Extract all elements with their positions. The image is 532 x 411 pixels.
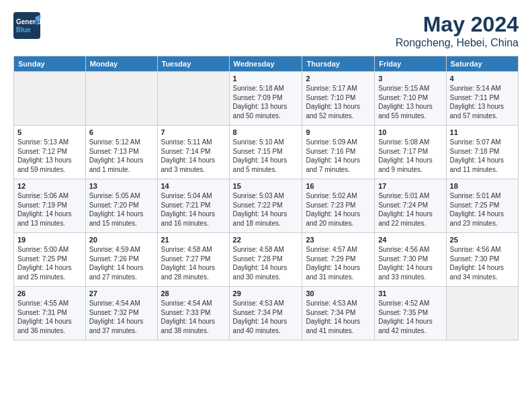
day-info: Sunrise: 5:07 AM Sunset: 7:18 PM Dayligh… [450,138,515,174]
calendar-cell: 22Sunrise: 4:58 AM Sunset: 7:28 PM Dayli… [229,233,302,287]
calendar-cell: 2Sunrise: 5:17 AM Sunset: 7:10 PM Daylig… [302,72,375,126]
day-number: 12 [17,182,82,190]
calendar-cell: 11Sunrise: 5:07 AM Sunset: 7:18 PM Dayli… [446,126,518,179]
day-info: Sunrise: 5:03 AM Sunset: 7:22 PM Dayligh… [233,191,299,228]
day-info: Sunrise: 4:53 AM Sunset: 7:34 PM Dayligh… [233,299,299,335]
day-info: Sunrise: 5:15 AM Sunset: 7:10 PM Dayligh… [378,84,442,120]
day-info: Sunrise: 5:13 AM Sunset: 7:12 PM Dayligh… [17,138,82,174]
day-info: Sunrise: 5:10 AM Sunset: 7:15 PM Dayligh… [233,138,299,174]
day-number: 17 [378,182,442,190]
day-number: 30 [306,289,371,298]
calendar-cell [157,72,229,126]
day-number: 20 [89,236,154,244]
day-number: 31 [378,289,442,298]
day-info: Sunrise: 5:00 AM Sunset: 7:25 PM Dayligh… [17,245,82,281]
day-number: 25 [450,236,515,244]
svg-text:Blue: Blue [16,26,31,34]
day-number: 2 [306,75,371,83]
day-number: 23 [306,236,371,244]
logo: General Blue [13,12,40,42]
day-info: Sunrise: 5:05 AM Sunset: 7:20 PM Dayligh… [89,191,154,228]
day-number: 11 [450,128,515,136]
calendar-cell: 31Sunrise: 4:52 AM Sunset: 7:35 PM Dayli… [375,287,446,340]
calendar-cell: 13Sunrise: 5:05 AM Sunset: 7:20 PM Dayli… [85,179,157,233]
calendar-cell: 30Sunrise: 4:53 AM Sunset: 7:34 PM Dayli… [302,287,375,340]
day-number: 5 [17,128,82,136]
column-header-saturday: Saturday [446,56,518,72]
day-number: 21 [161,236,226,244]
calendar-cell [14,72,86,126]
day-number: 28 [161,289,226,298]
calendar-week-1: 1Sunrise: 5:18 AM Sunset: 7:09 PM Daylig… [14,72,519,126]
calendar-cell: 15Sunrise: 5:03 AM Sunset: 7:22 PM Dayli… [229,179,302,233]
column-header-sunday: Sunday [14,56,86,72]
calendar-week-4: 19Sunrise: 5:00 AM Sunset: 7:25 PM Dayli… [14,233,519,287]
day-info: Sunrise: 4:55 AM Sunset: 7:31 PM Dayligh… [17,299,82,335]
day-info: Sunrise: 4:56 AM Sunset: 7:30 PM Dayligh… [378,245,442,281]
calendar-cell: 26Sunrise: 4:55 AM Sunset: 7:31 PM Dayli… [14,287,86,340]
calendar-cell: 23Sunrise: 4:57 AM Sunset: 7:29 PM Dayli… [302,233,375,287]
day-info: Sunrise: 4:58 AM Sunset: 7:27 PM Dayligh… [161,245,226,281]
day-number: 22 [233,236,299,244]
calendar-cell: 10Sunrise: 5:08 AM Sunset: 7:17 PM Dayli… [375,126,446,179]
day-info: Sunrise: 5:09 AM Sunset: 7:16 PM Dayligh… [306,138,371,174]
svg-rect-0 [13,12,40,39]
day-number: 6 [89,128,154,136]
column-header-tuesday: Tuesday [157,56,229,72]
calendar-cell: 14Sunrise: 5:04 AM Sunset: 7:21 PM Dayli… [157,179,229,233]
day-info: Sunrise: 5:01 AM Sunset: 7:24 PM Dayligh… [378,191,442,228]
calendar-cell: 24Sunrise: 4:56 AM Sunset: 7:30 PM Dayli… [375,233,446,287]
day-info: Sunrise: 5:17 AM Sunset: 7:10 PM Dayligh… [306,84,371,120]
day-info: Sunrise: 5:02 AM Sunset: 7:23 PM Dayligh… [306,191,371,228]
day-info: Sunrise: 5:06 AM Sunset: 7:19 PM Dayligh… [17,191,82,228]
calendar-cell: 6Sunrise: 5:12 AM Sunset: 7:13 PM Daylig… [85,126,157,179]
day-info: Sunrise: 4:58 AM Sunset: 7:28 PM Dayligh… [233,245,299,281]
title-block: May 2024 Rongcheng, Hebei, China [396,12,519,49]
day-info: Sunrise: 4:59 AM Sunset: 7:26 PM Dayligh… [89,245,154,281]
day-info: Sunrise: 5:04 AM Sunset: 7:21 PM Dayligh… [161,191,226,228]
column-header-friday: Friday [375,56,446,72]
day-info: Sunrise: 5:18 AM Sunset: 7:09 PM Dayligh… [233,84,299,120]
day-info: Sunrise: 5:01 AM Sunset: 7:25 PM Dayligh… [450,191,515,228]
calendar-cell: 12Sunrise: 5:06 AM Sunset: 7:19 PM Dayli… [14,179,86,233]
column-header-thursday: Thursday [302,56,375,72]
calendar-cell: 21Sunrise: 4:58 AM Sunset: 7:27 PM Dayli… [157,233,229,287]
day-number: 26 [17,289,82,298]
calendar-cell: 17Sunrise: 5:01 AM Sunset: 7:24 PM Dayli… [375,179,446,233]
calendar-cell [85,72,157,126]
day-number: 14 [161,182,226,190]
day-number: 24 [378,236,442,244]
calendar-week-2: 5Sunrise: 5:13 AM Sunset: 7:12 PM Daylig… [14,126,519,179]
day-number: 13 [89,182,154,190]
calendar-cell: 7Sunrise: 5:11 AM Sunset: 7:14 PM Daylig… [157,126,229,179]
calendar-cell: 8Sunrise: 5:10 AM Sunset: 7:15 PM Daylig… [229,126,302,179]
calendar-cell: 1Sunrise: 5:18 AM Sunset: 7:09 PM Daylig… [229,72,302,126]
day-info: Sunrise: 4:57 AM Sunset: 7:29 PM Dayligh… [306,245,371,281]
day-number: 29 [233,289,299,298]
day-number: 27 [89,289,154,298]
day-number: 8 [233,128,299,136]
day-info: Sunrise: 5:11 AM Sunset: 7:14 PM Dayligh… [161,138,226,174]
calendar-cell: 29Sunrise: 4:53 AM Sunset: 7:34 PM Dayli… [229,287,302,340]
day-info: Sunrise: 4:54 AM Sunset: 7:32 PM Dayligh… [89,299,154,335]
day-info: Sunrise: 4:53 AM Sunset: 7:34 PM Dayligh… [306,299,371,335]
calendar-cell: 3Sunrise: 5:15 AM Sunset: 7:10 PM Daylig… [375,72,446,126]
day-number: 4 [450,75,515,83]
calendar-cell: 28Sunrise: 4:54 AM Sunset: 7:33 PM Dayli… [157,287,229,340]
page: General Blue May 2024 Rongcheng, Hebei, … [0,0,532,411]
day-number: 18 [450,182,515,190]
day-info: Sunrise: 4:56 AM Sunset: 7:30 PM Dayligh… [450,245,515,281]
day-number: 3 [378,75,442,83]
calendar-cell: 27Sunrise: 4:54 AM Sunset: 7:32 PM Dayli… [85,287,157,340]
day-info: Sunrise: 4:54 AM Sunset: 7:33 PM Dayligh… [161,299,226,335]
calendar-header-row: SundayMondayTuesdayWednesdayThursdayFrid… [14,56,519,72]
calendar-week-5: 26Sunrise: 4:55 AM Sunset: 7:31 PM Dayli… [14,287,519,340]
day-number: 19 [17,236,82,244]
main-title: May 2024 [396,12,519,37]
header: General Blue May 2024 Rongcheng, Hebei, … [13,12,519,49]
calendar-table: SundayMondayTuesdayWednesdayThursdayFrid… [13,56,519,340]
calendar-cell: 4Sunrise: 5:14 AM Sunset: 7:11 PM Daylig… [446,72,518,126]
day-number: 1 [233,75,299,83]
calendar-cell: 16Sunrise: 5:02 AM Sunset: 7:23 PM Dayli… [302,179,375,233]
column-header-wednesday: Wednesday [229,56,302,72]
